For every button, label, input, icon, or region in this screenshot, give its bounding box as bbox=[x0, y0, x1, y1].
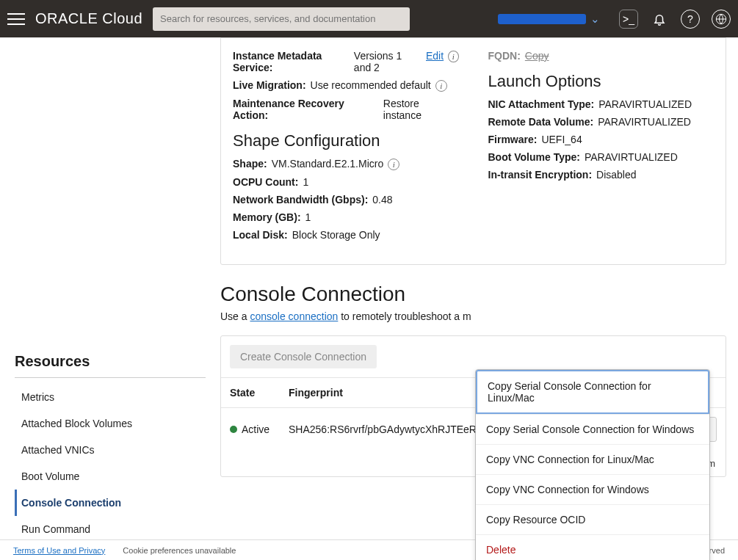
disk-label: Local Disk: bbox=[233, 229, 288, 241]
ocpu-value: 1 bbox=[303, 176, 308, 188]
brand-logo: ORACLE Cloud bbox=[35, 10, 142, 27]
cookie-pref: Cookie preferences unavailable bbox=[123, 546, 236, 555]
notifications-icon[interactable] bbox=[650, 10, 669, 29]
info-icon[interactable]: i bbox=[435, 80, 447, 92]
fw-value: UEFI_64 bbox=[541, 134, 582, 145]
enc-value: Disabled bbox=[596, 169, 636, 181]
sidebar-item-attached-vnics[interactable]: Attached VNICs bbox=[15, 437, 206, 463]
row-actions-menu: Copy Serial Console Connection for Linux… bbox=[475, 369, 710, 560]
create-console-connection-button: Create Console Connection bbox=[230, 345, 377, 368]
mem-label: Memory (GB): bbox=[233, 211, 301, 223]
mem-value: 1 bbox=[305, 211, 311, 223]
main-content: Instance Metadata Service: Versions 1 an… bbox=[206, 37, 738, 539]
disk-value: Block Storage Only bbox=[292, 229, 380, 241]
sidebar-item-run-command[interactable]: Run Command bbox=[15, 516, 206, 542]
fqdn-label: FQDN: bbox=[488, 50, 521, 62]
live-migration-value: Use recommended default bbox=[311, 79, 431, 91]
nic-value: PARAVIRTUALIZED bbox=[598, 98, 692, 110]
col-state: State bbox=[221, 378, 280, 408]
state-value: Active bbox=[242, 423, 269, 435]
console-connection-doc-link[interactable]: console connection bbox=[250, 310, 338, 322]
sidebar-item-boot-volume[interactable]: Boot Volume bbox=[15, 463, 206, 490]
search-input[interactable] bbox=[153, 7, 410, 31]
globe-icon[interactable] bbox=[712, 10, 731, 29]
console-subtext: Use a console connection to remotely tro… bbox=[220, 310, 738, 322]
shape-label: Shape: bbox=[233, 158, 267, 170]
ims-value: Versions 1 and 2 bbox=[354, 50, 422, 73]
enc-label: In-transit Encryption: bbox=[488, 169, 593, 181]
instance-details-card: Instance Metadata Service: Versions 1 an… bbox=[220, 37, 726, 265]
bw-value: 0.48 bbox=[372, 194, 392, 206]
menu-copy-serial-linux[interactable]: Copy Serial Console Connection for Linux… bbox=[476, 370, 709, 414]
rdv-label: Remote Data Volume: bbox=[488, 116, 594, 128]
shape-value: VM.Standard.E2.1.Micro bbox=[272, 158, 384, 170]
global-search[interactable] bbox=[153, 7, 410, 31]
menu-icon[interactable] bbox=[7, 10, 25, 28]
menu-copy-ocid[interactable]: Copy Resource OCID bbox=[476, 504, 709, 534]
resources-list: Metrics Attached Block Volumes Attached … bbox=[15, 384, 206, 542]
menu-copy-serial-windows[interactable]: Copy Serial Console Connection for Windo… bbox=[476, 414, 709, 444]
info-icon[interactable]: i bbox=[448, 51, 458, 62]
sidebar-item-console-connection[interactable]: Console Connection bbox=[15, 490, 206, 516]
maintenance-value: Restore instance bbox=[383, 98, 459, 121]
sidebar-item-metrics[interactable]: Metrics bbox=[15, 384, 206, 410]
fw-label: Firmware: bbox=[488, 134, 538, 145]
cloud-shell-icon[interactable]: >_ bbox=[619, 10, 638, 29]
tenancy-dropdown[interactable]: ⌄ bbox=[498, 12, 600, 26]
console-connection-heading: Console Connection bbox=[220, 283, 738, 306]
bvt-value: PARAVIRTUALIZED bbox=[585, 151, 678, 163]
help-icon[interactable]: ? bbox=[681, 10, 700, 29]
resources-heading: Resources bbox=[15, 353, 206, 378]
info-icon[interactable]: i bbox=[388, 159, 399, 170]
menu-copy-vnc-windows[interactable]: Copy VNC Connection for Windows bbox=[476, 474, 709, 504]
left-sidebar: Resources Metrics Attached Block Volumes… bbox=[0, 37, 206, 539]
bw-label: Network Bandwidth (Gbps): bbox=[233, 194, 368, 206]
bvt-label: Boot Volume Type: bbox=[488, 151, 580, 163]
rdv-value: PARAVIRTUALIZED bbox=[598, 116, 691, 128]
shape-config-heading: Shape Configuration bbox=[233, 131, 459, 150]
terms-link[interactable]: Terms of Use and Privacy bbox=[13, 546, 105, 555]
chevron-down-icon: ⌄ bbox=[590, 12, 600, 26]
copy-fqdn-link[interactable]: Copy bbox=[525, 50, 549, 62]
status-dot-icon bbox=[230, 426, 237, 433]
edit-ims-link[interactable]: Edit bbox=[426, 50, 444, 62]
menu-copy-vnc-linux[interactable]: Copy VNC Connection for Linux/Mac bbox=[476, 444, 709, 474]
nic-label: NIC Attachment Type: bbox=[488, 98, 595, 110]
live-migration-label: Live Migration: bbox=[233, 79, 306, 91]
menu-delete[interactable]: Delete bbox=[476, 534, 709, 560]
maintenance-label: Maintenance Recovery Action: bbox=[233, 98, 379, 121]
sidebar-item-attached-block-volumes[interactable]: Attached Block Volumes bbox=[15, 410, 206, 437]
launch-options-heading: Launch Options bbox=[488, 72, 715, 91]
tenancy-name-redacted bbox=[498, 14, 586, 24]
ims-label: Instance Metadata Service: bbox=[233, 50, 350, 73]
ocpu-label: OCPU Count: bbox=[233, 176, 298, 188]
top-nav: ORACLE Cloud ⌄ >_ ? bbox=[0, 0, 738, 37]
